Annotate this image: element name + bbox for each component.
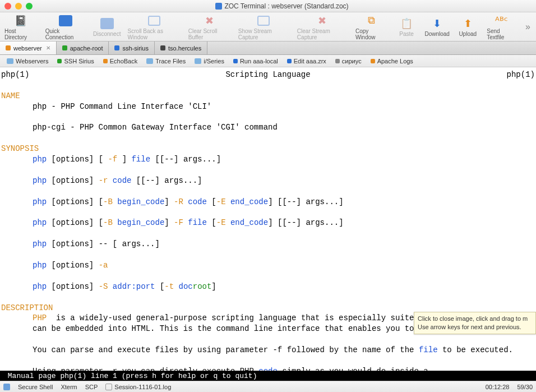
- maximize-window-icon[interactable]: [26, 3, 33, 10]
- toolbar-copy-window[interactable]: ⧉Copy Window: [353, 12, 390, 41]
- session-tabs: webserver✕apache-rootssh-siriustso.hercu…: [0, 41, 536, 55]
- tab-color-icon: [6, 45, 11, 50]
- tab-color-icon: [62, 45, 67, 50]
- status-cursor-pos: 59/30: [517, 384, 533, 390]
- tab-webserver[interactable]: webserver✕: [0, 41, 57, 54]
- toolbar-clear-stream-capture: ✖Clear Stream Capture: [295, 12, 350, 41]
- toolbar-paste: 📋Paste: [393, 15, 420, 38]
- folder-icon: [7, 58, 13, 64]
- window-title-text: ZOC Terminal : webserver (Standard.zoc): [224, 2, 348, 10]
- traffic-lights: [4, 3, 33, 10]
- app-icon: [215, 3, 222, 10]
- status-mode: Secure Shell: [18, 384, 53, 390]
- toolbar-disconnect: Disconnect: [92, 15, 122, 38]
- bookmark-apache-logs[interactable]: Apache Logs: [367, 58, 417, 64]
- tab-label: tso.hercules: [168, 45, 201, 52]
- bookmarks-bar: WebserversSSH SiriusEchoBackTrace Filesi…: [0, 55, 536, 67]
- main-toolbar: 📓Host DirectoryQuick ConnectionDisconnec…: [0, 12, 536, 41]
- bookmark-edit-aaa.zrx[interactable]: Edit aaa.zrx: [284, 58, 330, 64]
- bookmark-icon: [287, 59, 292, 63]
- toolbar-send-textfile[interactable]: ᴬᴮᶜSend Textfile: [484, 12, 519, 41]
- bookmark-run-aaa-local[interactable]: Run aaa-local: [230, 58, 281, 64]
- toolbar-overflow[interactable]: »: [522, 22, 534, 32]
- tab-tso-hercules[interactable]: tso.hercules: [155, 41, 207, 54]
- bookmark-trace-files[interactable]: Trace Files: [143, 58, 189, 64]
- toolbar-upload[interactable]: ⬆Upload: [454, 15, 481, 38]
- bookmark-icon: [335, 59, 340, 63]
- close-window-icon[interactable]: [4, 3, 11, 10]
- bookmark-webservers[interactable]: Webservers: [3, 58, 52, 64]
- status-emulation: Xterm: [61, 384, 77, 390]
- status-protocol: SCP: [85, 384, 98, 390]
- image-viewer-tooltip: Click to close image, click and drag to …: [414, 312, 536, 334]
- minimize-window-icon[interactable]: [15, 3, 22, 10]
- bookmark-icon: [371, 59, 375, 63]
- tab-label: webserver: [13, 45, 42, 52]
- folder-icon: [195, 58, 201, 64]
- toolbar-download[interactable]: ⬇Download: [423, 15, 451, 38]
- toolbar-host-directory[interactable]: 📓Host Directory: [2, 12, 40, 41]
- window-titlebar: ZOC Terminal : webserver (Standard.zoc): [0, 0, 536, 12]
- tab-color-icon: [114, 45, 119, 50]
- window-title: ZOC Terminal : webserver (Standard.zoc): [33, 2, 532, 10]
- tab-label: ssh-sirius: [122, 45, 148, 52]
- logfile-icon: [105, 384, 112, 390]
- tab-ssh-sirius[interactable]: ssh-sirius: [109, 41, 154, 54]
- bookmark-icon: [233, 59, 238, 63]
- tab-apache-root[interactable]: apache-root: [57, 41, 109, 54]
- tab-close-icon[interactable]: ✕: [46, 45, 50, 51]
- status-logfile: Session-1116-01.log: [114, 384, 171, 390]
- toolbar-show-stream-capture: Show Stream Capture: [236, 12, 292, 41]
- tab-label: apache-root: [70, 45, 103, 52]
- status-bar: Secure Shell Xterm SCP Session-1116-01.l…: [0, 381, 536, 392]
- bookmark-icon: [103, 59, 108, 63]
- bookmark-i-series[interactable]: i/Series: [191, 58, 228, 64]
- toolbar-quick-connection[interactable]: Quick Connection: [43, 12, 89, 41]
- connection-icon: [3, 384, 10, 390]
- toolbar-clear-scroll-buffer: ✖Clear Scroll Buffer: [186, 12, 233, 41]
- bookmark-icon: [57, 59, 62, 63]
- bookmark-ssh-sirius[interactable]: SSH Sirius: [54, 58, 97, 64]
- bookmark-сириус[interactable]: сириус: [332, 58, 365, 64]
- tab-color-icon: [160, 45, 165, 50]
- status-time: 00:12:28: [486, 384, 510, 390]
- folder-icon: [146, 58, 153, 64]
- manpage-statusline: Manual page php(1) line 1 (press h for h…: [0, 371, 536, 381]
- toolbar-scroll-back-as-window: Scroll Back as Window: [126, 12, 183, 41]
- bookmark-echoback[interactable]: EchoBack: [100, 58, 141, 64]
